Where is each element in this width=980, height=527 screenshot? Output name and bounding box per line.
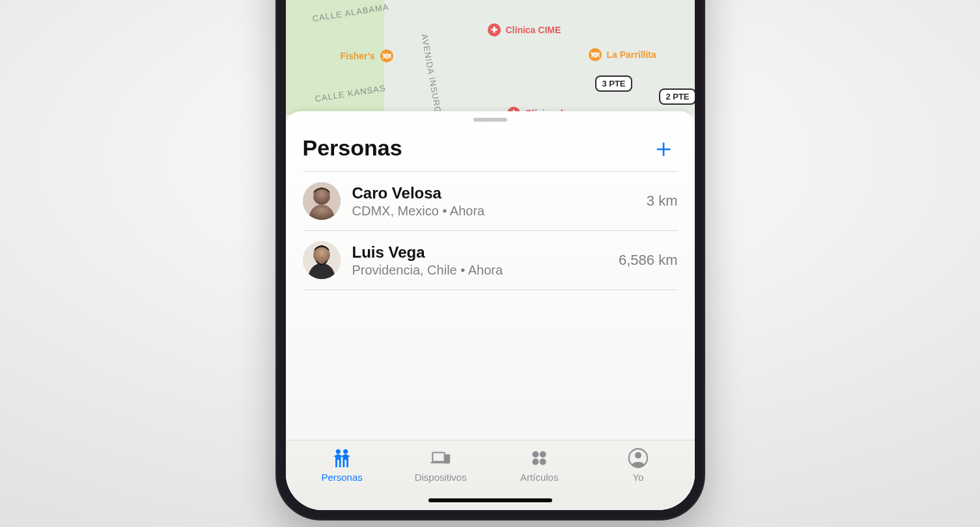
person-subtitle: Providencia, Chile • Ahora <box>352 263 608 278</box>
map-area[interactable]: CALLE ALABAMA CALLE KANSAS AVENIDA INSUR… <box>286 0 695 115</box>
person-name: Caro Velosa <box>352 184 635 202</box>
tab-bar: Personas Dispositivos Artículos <box>286 440 695 510</box>
person-circle-icon <box>627 447 649 469</box>
tab-label: Yo <box>632 472 643 483</box>
svg-point-9 <box>533 451 539 457</box>
tab-personas[interactable]: Personas <box>300 447 384 483</box>
street-label-insurgentes: AVENIDA INSURGENTES <box>419 33 449 115</box>
person-name: Luis Vega <box>352 243 608 262</box>
poi-parrillita[interactable]: 🍽 La Parrillita <box>589 48 656 61</box>
add-person-button[interactable]: ＋ <box>649 133 678 162</box>
poi-fishers[interactable]: Fisher's 🍽 <box>341 49 393 62</box>
svg-point-5 <box>343 450 348 454</box>
person-distance: 3 km <box>647 193 678 209</box>
poi-cime[interactable]: ✚ Clínica CIME <box>488 23 561 36</box>
person-distance: 6,586 km <box>619 252 678 269</box>
restaurant-icon: 🍽 <box>380 49 393 62</box>
tab-yo[interactable]: Yo <box>596 447 680 483</box>
sheet-title: Personas <box>303 135 402 161</box>
svg-point-4 <box>336 450 341 454</box>
phone-bezel: CALLE ALABAMA CALLE KANSAS AVENIDA INSUR… <box>275 0 705 520</box>
svg-point-11 <box>533 459 539 465</box>
tab-articulos[interactable]: Artículos <box>497 447 581 483</box>
tab-label: Artículos <box>520 472 558 483</box>
person-row[interactable]: Luis Vega Providencia, Chile • Ahora 6,5… <box>303 230 678 290</box>
person-row-main: Caro Velosa CDMX, Mexico • Ahora <box>352 184 635 219</box>
street-label-alabama: CALLE ALABAMA <box>311 2 389 23</box>
phone-screen: CALLE ALABAMA CALLE KANSAS AVENIDA INSUR… <box>286 0 695 510</box>
people-icon <box>331 447 353 469</box>
svg-point-14 <box>635 452 641 459</box>
tab-dispositivos[interactable]: Dispositivos <box>399 447 483 483</box>
svg-point-12 <box>540 459 546 465</box>
svg-rect-8 <box>444 454 450 463</box>
people-list: Caro Velosa CDMX, Mexico • Ahora 3 km <box>286 171 695 290</box>
avatar-placeholder-icon <box>303 182 341 220</box>
street-label-kansas: CALLE KANSAS <box>314 83 386 103</box>
route-shield-3pte: 3 PTE <box>595 75 632 92</box>
restaurant-icon: 🍽 <box>589 48 602 61</box>
route-shield-2pte: 2 PTE <box>659 88 694 105</box>
plus-icon: ＋ <box>651 135 677 161</box>
person-row-main: Luis Vega Providencia, Chile • Ahora <box>352 243 608 278</box>
medical-icon: ✚ <box>488 23 501 36</box>
poi-parrillita-label: La Parrillita <box>607 49 656 60</box>
devices-icon <box>430 447 452 469</box>
avatar-placeholder-icon <box>303 241 341 279</box>
tab-label: Dispositivos <box>415 472 467 483</box>
people-sheet[interactable]: Personas ＋ <box>286 111 695 510</box>
tab-label: Personas <box>321 472 362 483</box>
poi-cime-label: Clínica CIME <box>506 25 561 35</box>
poi-fishers-label: Fisher's <box>341 51 375 61</box>
svg-rect-6 <box>432 453 444 462</box>
home-indicator[interactable] <box>428 498 552 502</box>
avatar <box>303 182 341 220</box>
sheet-header: Personas ＋ <box>286 122 695 171</box>
person-row[interactable]: Caro Velosa CDMX, Mexico • Ahora 3 km <box>303 171 678 230</box>
avatar <box>303 241 341 279</box>
items-icon <box>528 447 550 469</box>
svg-point-10 <box>540 451 546 457</box>
person-subtitle: CDMX, Mexico • Ahora <box>352 204 635 219</box>
